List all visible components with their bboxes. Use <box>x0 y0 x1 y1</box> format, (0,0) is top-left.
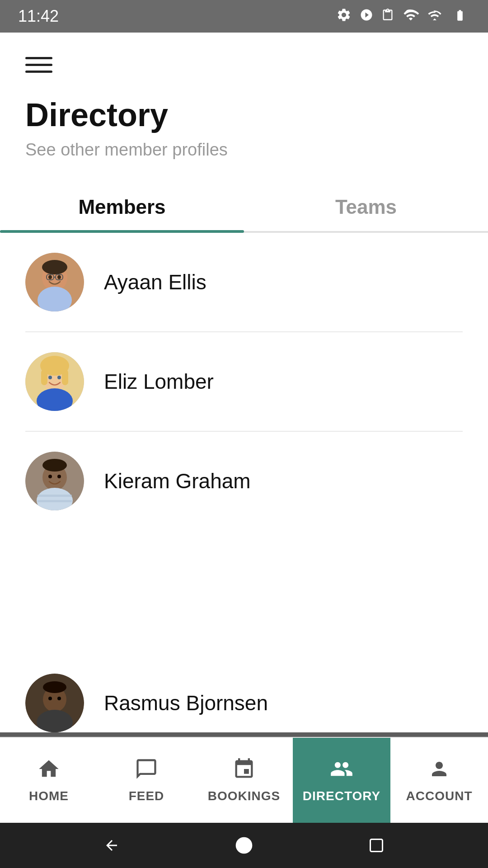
play-icon <box>360 8 373 25</box>
member-name: Ayaan Ellis <box>104 270 206 294</box>
account-icon <box>428 757 450 784</box>
svg-rect-12 <box>41 369 47 385</box>
svg-point-29 <box>48 697 52 700</box>
avatar <box>25 452 84 510</box>
nav-item-feed[interactable]: FEED <box>98 738 195 823</box>
clipboard-icon <box>381 7 394 26</box>
svg-point-5 <box>57 275 61 279</box>
gear-icon <box>336 7 352 26</box>
page-subtitle: See other member profiles <box>25 140 463 160</box>
recents-button[interactable] <box>365 834 388 857</box>
nav-label: ACCOUNT <box>406 789 473 803</box>
svg-point-30 <box>57 697 61 700</box>
nav-item-bookings[interactable]: BOOKINGS <box>195 738 293 823</box>
status-icons <box>336 7 470 26</box>
member-list: Ayaan Ellis Eliz Lomber <box>0 233 488 530</box>
avatar <box>25 674 84 732</box>
svg-point-24 <box>57 475 61 478</box>
svg-point-2 <box>42 260 67 274</box>
avatar <box>25 352 84 411</box>
member-name: Kieram Graham <box>104 469 251 493</box>
nav-label: BOOKINGS <box>208 789 280 803</box>
tab-teams[interactable]: Teams <box>244 196 488 231</box>
status-time: 11:42 <box>18 7 59 26</box>
nav-item-directory[interactable]: DIRECTORY <box>293 738 390 823</box>
member-name: Rasmus Bjornsen <box>104 691 268 715</box>
tab-bar: Members Teams <box>0 196 488 233</box>
list-item[interactable]: Ayaan Ellis <box>25 233 463 332</box>
avatar <box>25 253 84 311</box>
bookings-icon <box>232 757 256 784</box>
nav-item-home[interactable]: HOME <box>0 738 98 823</box>
svg-point-27 <box>43 681 66 693</box>
list-item[interactable]: Kieram Graham <box>25 432 463 530</box>
nav-label: HOME <box>29 789 69 803</box>
svg-rect-32 <box>371 840 383 852</box>
svg-rect-22 <box>38 500 72 502</box>
svg-rect-21 <box>38 495 72 497</box>
page-header: Directory See other member profiles <box>0 73 488 160</box>
list-item[interactable]: Rasmus Bjornsen <box>0 674 488 732</box>
tab-members[interactable]: Members <box>0 196 244 231</box>
svg-point-15 <box>48 376 52 379</box>
member-name: Eliz Lomber <box>104 369 214 394</box>
status-bar: 11:42 <box>0 0 488 33</box>
svg-rect-13 <box>62 369 68 385</box>
svg-point-23 <box>48 475 52 478</box>
directory-icon <box>329 757 354 784</box>
signal-icon <box>427 8 442 25</box>
svg-point-16 <box>57 376 61 379</box>
system-nav-bar <box>0 823 488 868</box>
svg-point-31 <box>236 837 253 854</box>
wifi-icon <box>402 8 419 25</box>
nav-label: DIRECTORY <box>303 789 380 803</box>
back-button[interactable] <box>100 834 123 857</box>
list-item[interactable]: Eliz Lomber <box>25 332 463 432</box>
page-title: Directory <box>25 97 463 133</box>
hamburger-menu[interactable] <box>25 57 52 73</box>
home-button[interactable] <box>233 834 255 857</box>
nav-item-account[interactable]: ACCOUNT <box>390 738 488 823</box>
battery-icon <box>450 9 470 24</box>
nav-label: FEED <box>129 789 164 803</box>
home-icon <box>37 757 61 784</box>
svg-point-19 <box>42 459 67 472</box>
bottom-nav: HOME FEED BOOKINGS DIRECTORY <box>0 737 488 823</box>
feed-icon <box>135 757 158 784</box>
svg-point-4 <box>48 275 52 279</box>
